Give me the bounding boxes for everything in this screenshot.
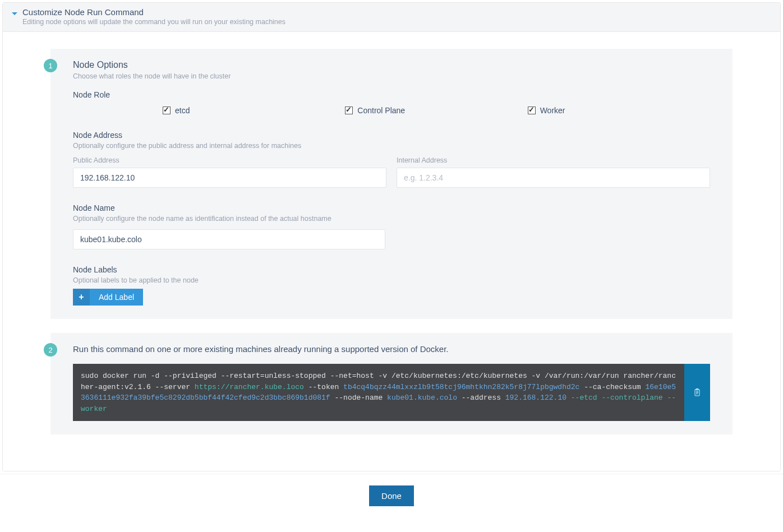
- role-worker-label: Worker: [540, 106, 565, 115]
- role-etcd-label: etcd: [175, 106, 190, 115]
- cmd-nodename: kube01.kube.colo: [387, 394, 457, 402]
- checkbox-worker[interactable]: [528, 107, 536, 114]
- cmd-server: https://rancher.kube.loco: [195, 383, 304, 391]
- node-role-heading: Node Role: [73, 90, 710, 99]
- cmd-p2: --token: [304, 383, 343, 391]
- node-address-subtitle: Optionally configure the public address …: [73, 142, 710, 150]
- collapsible-header[interactable]: Customize Node Run Command Editing node …: [3, 3, 780, 32]
- footer: Done: [0, 474, 783, 515]
- node-name-input[interactable]: [73, 229, 385, 249]
- header-title: Customize Node Run Command: [22, 7, 772, 17]
- node-options-subtitle: Choose what roles the node will have in …: [73, 72, 710, 80]
- cmd-address: 192.168.122.10: [505, 394, 566, 402]
- public-address-input[interactable]: [73, 168, 386, 188]
- internal-address-input[interactable]: [397, 168, 710, 188]
- clipboard-icon: [693, 387, 702, 397]
- node-name-heading: Node Name: [73, 203, 710, 212]
- cmd-token: tb4cq4bqzz44mlxxzlb9t58tcj96mhtkhn282k5r…: [343, 383, 579, 391]
- internal-address-label: Internal Address: [397, 156, 710, 164]
- copy-command-button[interactable]: [684, 364, 710, 421]
- plus-icon: +: [73, 289, 90, 306]
- header-subtitle: Editing node options will update the com…: [22, 18, 772, 26]
- checkbox-etcd[interactable]: [163, 107, 171, 114]
- public-address-label: Public Address: [73, 156, 386, 164]
- role-controlplane[interactable]: Control Plane: [345, 106, 527, 115]
- node-address-heading: Node Address: [73, 131, 710, 140]
- add-label-button[interactable]: + Add Label: [73, 289, 143, 306]
- node-options-title: Node Options: [73, 60, 710, 70]
- command-box[interactable]: sudo docker run -d --privileged --restar…: [73, 364, 684, 421]
- step-badge-1: 1: [44, 59, 57, 72]
- role-controlplane-label: Control Plane: [357, 106, 405, 115]
- add-label-text: Add Label: [90, 289, 143, 306]
- node-labels-subtitle: Optional labels to be applied to the nod…: [73, 276, 710, 284]
- node-name-subtitle: Optionally configure the node name as id…: [73, 215, 710, 223]
- role-worker[interactable]: Worker: [528, 106, 710, 115]
- step-2-panel: 2 Run this command on one or more existi…: [50, 333, 733, 434]
- caret-down-icon: [12, 12, 17, 15]
- cmd-p5: --address: [457, 394, 505, 402]
- role-etcd[interactable]: etcd: [163, 106, 345, 115]
- step-2-instruction: Run this command on one or more existing…: [73, 344, 710, 354]
- cmd-p4: --node-name: [330, 394, 387, 402]
- done-button[interactable]: Done: [369, 485, 414, 506]
- step-1-panel: 1 Node Options Choose what roles the nod…: [50, 49, 733, 319]
- checkbox-controlplane[interactable]: [345, 107, 353, 114]
- cmd-p3: --ca-checksum: [579, 383, 645, 391]
- node-labels-heading: Node Labels: [73, 265, 710, 274]
- step-badge-2: 2: [44, 343, 57, 357]
